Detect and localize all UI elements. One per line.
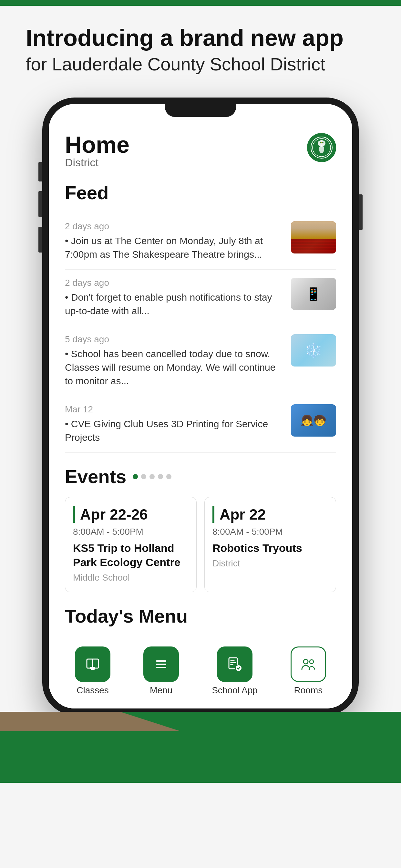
feed-text-1: 2 days ago • Don't forget to enable push…: [65, 278, 291, 318]
nav-rooms[interactable]: Rooms: [290, 647, 326, 695]
dot-3: [150, 474, 155, 479]
phone-button-volume-up: [38, 162, 42, 182]
home-title: Home: [65, 133, 129, 156]
feed-image-0: [291, 221, 336, 253]
classes-icon-box: [75, 647, 111, 682]
school-app-icon: [226, 656, 243, 673]
feed-body-3: • CVE Giving Club Uses 3D Printing for S…: [65, 417, 284, 444]
feed-body-1: • Don't forget to enable push notificati…: [65, 290, 284, 318]
feed-timestamp-3: Mar 12: [65, 404, 284, 414]
snow-img: [291, 334, 336, 367]
school-logo-svg: [310, 136, 333, 159]
home-header: Home District: [65, 133, 336, 169]
classes-icon: [84, 656, 101, 673]
events-cards: Apr 22-26 8:00AM - 5:00PM KS5 Trip to Ho…: [65, 497, 336, 592]
events-header: Events: [65, 466, 336, 487]
phone-button-silent: [38, 227, 42, 252]
feed-body-0: • Join us at The Center on Monday, July …: [65, 234, 284, 261]
rooms-icon-box: [290, 647, 326, 682]
svg-rect-14: [230, 660, 235, 661]
home-district-label: District: [65, 156, 129, 169]
svg-rect-15: [230, 662, 236, 663]
menu-label: Menu: [150, 685, 173, 695]
nav-menu[interactable]: Menu: [143, 647, 179, 695]
school-logo[interactable]: [307, 133, 336, 162]
header-title: Introducing a brand new app: [26, 25, 375, 51]
dot-2: [141, 474, 146, 479]
feed-text-0: 2 days ago • Join us at The Center on Mo…: [65, 221, 291, 261]
event-time-0: 8:00AM - 5:00PM: [73, 527, 189, 537]
school-app-icon-box: [217, 647, 252, 682]
event-location-1: District: [212, 558, 328, 569]
svg-point-5: [322, 142, 323, 144]
classes-label: Classes: [76, 685, 109, 695]
event-name-1: Robotics Tryouts: [212, 541, 328, 555]
feed-image-1: [291, 278, 336, 310]
bottom-section: [0, 712, 401, 783]
phone-notch: [165, 104, 236, 117]
events-dots: [133, 474, 172, 479]
phone-button-volume-down: [38, 191, 42, 217]
feed-text-2: 5 days ago • School has been cancelled t…: [65, 334, 291, 388]
top-bar: [0, 0, 401, 6]
todays-menu-title: Today's Menu: [65, 605, 336, 627]
feed-timestamp-2: 5 days ago: [65, 334, 284, 345]
screen-content: Home District: [49, 117, 352, 640]
feed-item-0: 2 days ago • Join us at The Center on Mo…: [65, 213, 336, 270]
svg-point-18: [304, 659, 308, 664]
phone-button-power: [359, 194, 363, 230]
feed-title: Feed: [65, 182, 336, 204]
dot-active: [133, 474, 138, 479]
svg-rect-9: [91, 669, 95, 670]
svg-rect-16: [230, 664, 234, 665]
event-date-1: Apr 22: [212, 506, 328, 523]
todays-menu-section: Today's Menu: [65, 605, 336, 640]
feed-timestamp-1: 2 days ago: [65, 278, 284, 288]
feed-image-3: [291, 404, 336, 437]
header-subtitle: for Lauderdale County School District: [26, 53, 375, 75]
event-card-0[interactable]: Apr 22-26 8:00AM - 5:00PM KS5 Trip to Ho…: [65, 497, 197, 592]
bottom-nav: Classes Menu: [49, 640, 352, 709]
theatre-img: [291, 221, 336, 253]
nav-classes[interactable]: Classes: [75, 647, 111, 695]
school-app-label: School App: [212, 685, 258, 695]
event-location-0: Middle School: [73, 572, 189, 583]
dot-4: [158, 474, 163, 479]
menu-icon: [153, 656, 169, 673]
home-title-block: Home District: [65, 133, 129, 169]
phone-mockup: Home District: [42, 97, 359, 715]
phone-screen: Home District: [49, 104, 352, 709]
feed-item-3: Mar 12 • CVE Giving Club Uses 3D Printin…: [65, 396, 336, 453]
dot-5: [166, 474, 172, 479]
rooms-icon: [300, 656, 317, 673]
svg-point-19: [310, 660, 313, 663]
feed-item-1: 2 days ago • Don't forget to enable push…: [65, 270, 336, 326]
svg-point-4: [320, 142, 321, 144]
feed-body-2: • School has been cancelled today due to…: [65, 347, 284, 388]
event-date-0: Apr 22-26: [73, 506, 189, 523]
event-card-1[interactable]: Apr 22 8:00AM - 5:00PM Robotics Tryouts …: [204, 497, 336, 592]
header-section: Introducing a brand new app for Lauderda…: [0, 6, 401, 91]
phone-container: Home District: [0, 91, 401, 715]
svg-rect-8: [90, 667, 95, 669]
svg-point-3: [319, 145, 324, 153]
event-name-0: KS5 Trip to Holland Park Ecology Centre: [73, 541, 189, 569]
rooms-label: Rooms: [294, 685, 323, 695]
phone-img: [291, 278, 336, 310]
kids-img: [291, 404, 336, 437]
feed-image-2: [291, 334, 336, 367]
event-time-1: 8:00AM - 5:00PM: [212, 527, 328, 537]
feed-item-2: 5 days ago • School has been cancelled t…: [65, 326, 336, 396]
menu-icon-box: [143, 647, 179, 682]
nav-school-app[interactable]: School App: [212, 647, 258, 695]
events-title: Events: [65, 466, 126, 487]
school-logo-inner: [309, 135, 335, 160]
feed-timestamp-0: 2 days ago: [65, 221, 284, 231]
feed-text-3: Mar 12 • CVE Giving Club Uses 3D Printin…: [65, 404, 291, 444]
